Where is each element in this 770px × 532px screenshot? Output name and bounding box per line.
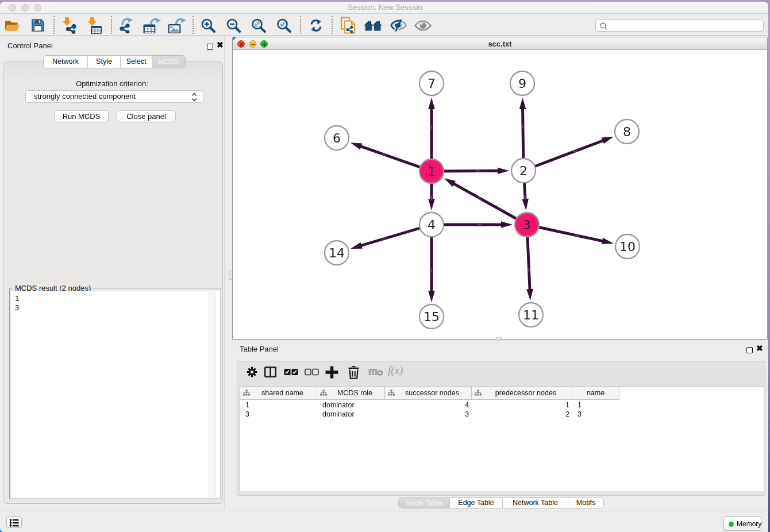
export-image-icon[interactable] <box>168 17 188 33</box>
tab-mcds[interactable]: MCDS <box>152 56 185 68</box>
export-network-icon[interactable] <box>119 17 134 33</box>
save-session-icon[interactable] <box>31 18 45 32</box>
tab-edge-table[interactable]: Edge Table <box>450 498 503 508</box>
search-icon <box>600 22 607 30</box>
delete-column-icon[interactable] <box>368 368 383 376</box>
refresh-icon[interactable] <box>310 20 322 32</box>
zoom-out-icon[interactable] <box>226 18 241 33</box>
tab-motifs[interactable]: Motifs <box>568 498 603 508</box>
control-panel: Control Panel ✖ Network Style Select MCD… <box>0 36 225 510</box>
zoom-selected-icon[interactable] <box>276 18 292 33</box>
optimization-criterion-label: Optimization criterion: <box>0 79 224 88</box>
table-cell: dominator <box>322 401 355 409</box>
export-table-icon[interactable] <box>143 17 161 33</box>
float-panel-icon[interactable] <box>207 42 213 52</box>
import-network-icon[interactable] <box>60 17 77 34</box>
select-all-icon[interactable] <box>284 368 298 376</box>
zoom-fit-icon[interactable] <box>251 18 267 33</box>
application-window: Session: New Session <box>0 2 768 532</box>
table-container: f(x) shared nameMCDS rolesuccessor nodes… <box>237 361 765 496</box>
hide-icon[interactable] <box>388 19 407 32</box>
control-panel-tabs: Network Style Select MCDS <box>43 55 186 68</box>
graph-arrowhead <box>602 137 614 144</box>
add-icon[interactable] <box>325 365 339 379</box>
graph-arrowhead <box>444 178 456 187</box>
function-builder-icon[interactable]: f(x) <box>388 364 409 378</box>
table-cell: 3 <box>578 410 582 418</box>
import-table-icon[interactable] <box>86 17 102 34</box>
graph-arrowhead <box>428 98 435 109</box>
graph-node-label: 14 <box>329 246 345 260</box>
network-graph: 1234678910111415 <box>233 51 767 339</box>
list-icon <box>9 519 19 527</box>
column-header-predecessor-nodes[interactable]: predecessor nodes <box>472 387 572 400</box>
network-canvas[interactable]: 1234678910111415 <box>233 51 767 339</box>
network-view-window: scc.txt 1234678910111415 <box>232 37 768 340</box>
graph-arrowhead <box>519 98 526 109</box>
table-header: shared nameMCDS rolesuccessor nodesprede… <box>240 387 619 400</box>
table-row[interactable]: 3dominator323 <box>240 410 764 419</box>
close-panel-button[interactable]: Close panel <box>117 110 176 122</box>
graph-node-label: 15 <box>424 310 440 324</box>
open-session-icon[interactable] <box>5 19 20 32</box>
splitter-handle-horizontal[interactable] <box>496 337 502 341</box>
column-header-name[interactable]: name <box>572 387 619 400</box>
table-cell: 1 <box>578 401 582 409</box>
memory-status-dot <box>729 522 734 527</box>
window-title: Session: New Session <box>0 3 768 11</box>
graph-node-label: 4 <box>428 218 436 232</box>
table-cell: 4 <box>385 401 469 409</box>
column-header-shared-name[interactable]: shared name <box>240 387 317 400</box>
zoom-in-icon[interactable] <box>201 18 216 33</box>
memory-label: Memory <box>737 520 761 528</box>
graph-edge-2-8[interactable] <box>523 140 604 171</box>
graph-arrowhead <box>522 199 529 210</box>
status-bar: Memory <box>0 511 768 532</box>
column-header-successor-nodes[interactable]: successor nodes <box>385 387 472 400</box>
first-neighbors-icon[interactable] <box>364 19 382 32</box>
float-table-panel-icon[interactable] <box>746 345 753 356</box>
run-mcds-button[interactable]: Run MCDS <box>54 110 109 122</box>
mcds-result-text[interactable]: 13 <box>11 291 220 498</box>
graph-node-label: 8 <box>623 125 631 139</box>
graph-node-label: 11 <box>523 308 539 322</box>
graph-arrowhead <box>351 242 363 249</box>
tab-network-table[interactable]: Network Table <box>503 498 568 508</box>
graph-node-label: 10 <box>619 240 636 254</box>
table-cell: 1 <box>472 401 569 409</box>
search-field[interactable] <box>595 20 764 32</box>
mcds-scrollbar[interactable] <box>209 292 216 497</box>
network-window-titlebar: scc.txt <box>233 37 767 50</box>
table-cell: dominator <box>322 410 355 418</box>
delete-icon[interactable] <box>347 365 360 379</box>
graph-arrowhead <box>602 238 614 244</box>
main-toolbar <box>0 14 768 36</box>
tab-select[interactable]: Select <box>121 56 152 68</box>
graph-node-label: 3 <box>523 218 531 232</box>
memory-button[interactable]: Memory <box>723 516 761 531</box>
task-history-button[interactable] <box>6 516 22 528</box>
dropdown-chevrons-icon <box>191 92 197 102</box>
show-icon[interactable] <box>414 20 432 31</box>
columns-icon[interactable] <box>264 367 276 377</box>
close-table-panel-icon[interactable]: ✖ <box>756 345 763 352</box>
tab-style[interactable]: Style <box>88 56 121 68</box>
gear-icon[interactable] <box>247 367 257 377</box>
tab-node-table[interactable]: Node Table <box>399 498 450 508</box>
graph-arrowhead <box>501 221 513 228</box>
table-cell: 3 <box>385 410 469 418</box>
graph-arrowhead <box>526 289 533 300</box>
tab-network[interactable]: Network <box>44 56 88 68</box>
clone-network-icon[interactable] <box>340 17 356 34</box>
graph-arrowhead <box>351 142 363 149</box>
table-panel-title: Table Panel <box>240 345 279 353</box>
deselect-all-icon[interactable] <box>305 368 319 376</box>
graph-node-label: 2 <box>519 164 528 178</box>
close-panel-icon[interactable]: ✖ <box>217 42 224 48</box>
criterion-dropdown[interactable]: strongly connected component <box>25 90 203 103</box>
table-cell: 3 <box>245 410 249 418</box>
table-panel-tabs: Node Table Edge Table Network Table Moti… <box>398 498 604 508</box>
table-row[interactable]: 1dominator411 <box>240 400 764 410</box>
column-header-MCDS-role[interactable]: MCDS role <box>317 387 385 400</box>
desktop-background: Session: New Session <box>0 0 770 532</box>
